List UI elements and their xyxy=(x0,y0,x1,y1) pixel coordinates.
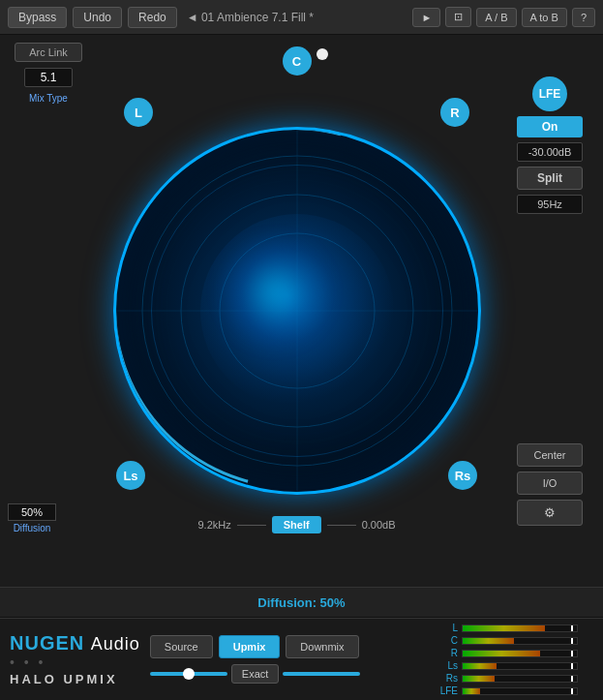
meter-row-lfe: LFE xyxy=(438,685,593,696)
meter-bar-fill xyxy=(463,688,480,694)
bottom-buttons-row: Source Upmix Downmix xyxy=(150,635,429,658)
logo-nugen-text: NUGEN xyxy=(10,632,84,654)
diffusion-value[interactable]: 50% xyxy=(8,503,56,521)
slider-track-left xyxy=(150,672,227,676)
logo-sub: HALO UPMIX xyxy=(10,672,118,686)
arc-link-button[interactable]: Arc Link xyxy=(15,43,82,62)
meter-tick xyxy=(571,663,573,669)
exact-slider: Exact xyxy=(150,664,429,684)
meter-label-ls: Ls xyxy=(438,660,458,671)
top-bar: Bypass Undo Redo ◄ 01 Ambience 7.1 Fill … xyxy=(0,0,603,35)
arc-handle-dot[interactable] xyxy=(317,48,328,60)
slider-thumb[interactable] xyxy=(183,668,195,680)
lfe-hz-value[interactable]: 95Hz xyxy=(517,195,583,214)
status-text: Diffusion: 50% xyxy=(257,595,345,610)
center-button[interactable]: Center xyxy=(517,443,583,467)
right-panel-bottom: Center I/O ⚙ xyxy=(517,443,583,526)
logo-nugen: NUGEN Audio xyxy=(10,633,140,653)
bottom-controls: Source Upmix Downmix Exact xyxy=(150,635,429,684)
meter-row-l: L xyxy=(438,623,593,633)
lfe-split-button[interactable]: Split xyxy=(517,167,583,190)
source-button[interactable]: Source xyxy=(150,635,213,658)
shelf-freq[interactable]: 9.2kHz xyxy=(197,519,230,531)
lfe-on-button[interactable]: On xyxy=(517,116,583,137)
meter-bar-wrap xyxy=(462,650,578,657)
svg-point-80 xyxy=(220,233,375,388)
meter-bar-wrap xyxy=(462,637,578,645)
vis-glow xyxy=(217,234,333,350)
shelf-line-left xyxy=(237,525,266,526)
main-area: Arc Link 5.1 Mix Type // We'll draw dots… xyxy=(0,35,603,587)
inner-rings-svg xyxy=(116,130,478,492)
speaker-l[interactable]: L xyxy=(124,98,153,127)
gear-button[interactable]: ⚙ xyxy=(517,500,583,526)
meter-bar-wrap xyxy=(462,662,578,670)
meter-bar-fill xyxy=(463,651,540,656)
shelf-bar: 9.2kHz Shelf 0.00dB xyxy=(197,516,395,533)
bottom-bar: NUGEN Audio • • • HALO UPMIX Source Upmi… xyxy=(0,618,603,700)
meter-bar-wrap xyxy=(462,687,578,695)
meter-row-rs: Rs xyxy=(438,673,593,684)
speaker-r[interactable]: R xyxy=(440,98,469,127)
meter-bar-fill xyxy=(463,663,497,669)
meter-tick xyxy=(571,676,573,682)
meter-bar-fill xyxy=(463,676,495,682)
status-bar: Diffusion: 50% xyxy=(0,587,603,618)
meter-bar-fill xyxy=(463,638,514,644)
atob-button[interactable]: A to B xyxy=(522,8,567,27)
ab-button[interactable]: A / B xyxy=(476,8,516,27)
dotted-arc-svg: // We'll draw dots in a semicircular arc… xyxy=(0,93,73,461)
top-bar-right: ► ⊡ A / B A to B ? xyxy=(412,7,595,27)
meter-bar-wrap xyxy=(462,675,578,683)
help-button[interactable]: ? xyxy=(572,8,595,27)
logo-area: NUGEN Audio • • • HALO UPMIX xyxy=(10,633,140,686)
meter-tick xyxy=(571,625,573,631)
bypass-button[interactable]: Bypass xyxy=(8,7,67,28)
lfe-speaker-label[interactable]: LFE xyxy=(532,76,567,111)
meter-bar-fill xyxy=(463,625,545,631)
io-button[interactable]: I/O xyxy=(517,472,583,495)
center-visualizer: C L R Ls Rs 9.2kHz Shelf 0.00dB xyxy=(97,35,497,587)
redo-button[interactable]: Redo xyxy=(128,7,177,28)
meter-label-c: C xyxy=(438,635,458,646)
shelf-button[interactable]: Shelf xyxy=(272,516,321,533)
meter-tick xyxy=(571,651,573,656)
meter-label-l: L xyxy=(438,623,458,633)
exact-button[interactable]: Exact xyxy=(231,664,280,684)
play-button[interactable]: ► xyxy=(412,8,440,27)
meter-row-r: R xyxy=(438,648,593,658)
mix-type-display[interactable]: 5.1 xyxy=(24,68,73,87)
meter-tick xyxy=(571,688,573,694)
shelf-line-right xyxy=(327,525,356,526)
svg-point-81 xyxy=(181,195,413,427)
speaker-rs[interactable]: Rs xyxy=(448,461,477,490)
meter-label-lfe: LFE xyxy=(438,685,458,696)
undo-button[interactable]: Undo xyxy=(73,7,122,28)
diffusion-label: Diffusion xyxy=(14,523,51,533)
meter-row-ls: Ls xyxy=(438,660,593,671)
meters-area: LCRLsRsLFE xyxy=(438,623,593,696)
meter-label-rs: Rs xyxy=(438,673,458,684)
lfe-db-value[interactable]: -30.00dB xyxy=(517,142,583,162)
speaker-c[interactable]: C xyxy=(283,46,312,76)
meter-bar-wrap xyxy=(462,624,578,632)
logo-audio-text: Audio xyxy=(91,634,140,654)
shelf-value[interactable]: 0.00dB xyxy=(362,519,396,531)
meter-label-r: R xyxy=(438,648,458,658)
vis-circle[interactable] xyxy=(113,127,481,495)
meter-row-c: C xyxy=(438,635,593,646)
loop-button[interactable]: ⊡ xyxy=(445,7,471,27)
track-name: ◄ 01 Ambience 7.1 Fill * xyxy=(187,11,314,24)
meter-tick xyxy=(571,638,573,644)
right-panel: LFE On -30.00dB Split 95Hz Center I/O ⚙ xyxy=(497,35,603,587)
downmix-button[interactable]: Downmix xyxy=(286,635,358,658)
slider-track-right xyxy=(283,672,360,676)
speaker-ls[interactable]: Ls xyxy=(116,461,145,490)
diffusion-area: 50% Diffusion xyxy=(8,503,56,533)
logo-dots: • • • xyxy=(10,654,45,670)
upmix-button[interactable]: Upmix xyxy=(219,635,281,658)
left-panel: Arc Link 5.1 Mix Type // We'll draw dots… xyxy=(0,35,97,587)
